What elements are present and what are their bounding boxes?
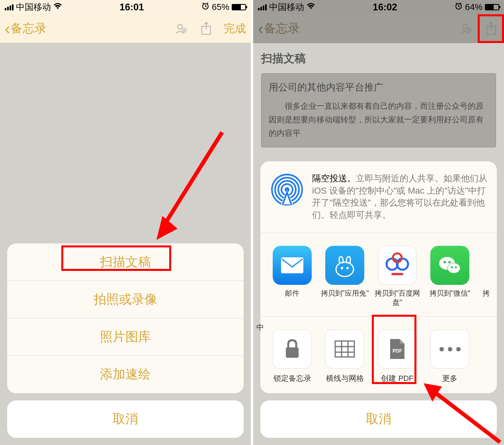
svg-point-22: [447, 263, 460, 273]
app-label: 拷贝到"微信": [430, 289, 471, 306]
action-label: 锁定备忘录: [273, 373, 311, 384]
sheet-item-scan[interactable]: 扫描文稿: [7, 243, 244, 281]
time-label: 16:01: [119, 2, 144, 13]
note-content: 扫描文稿 用公司的其他内容平台推广 很多企业一直以来都有着自己的内容，而注册公众…: [253, 43, 504, 155]
action-pdf[interactable]: PDF 创建 PDF: [371, 329, 424, 384]
svg-point-24: [448, 261, 451, 263]
svg-point-26: [455, 267, 457, 269]
share-app-baidu[interactable]: 拷贝到"百度网盘": [371, 246, 424, 307]
share-app-tutu[interactable]: 拷贝到"应用兔": [318, 246, 371, 307]
pdf-icon: PDF: [378, 329, 417, 369]
status-bar: 中国移动 16:02 64%: [253, 0, 504, 14]
share-actions-row[interactable]: 锁定备忘录 横线与网格 PDF 创建 PDF: [260, 317, 497, 393]
status-bar: 中国移动 16:01 65%: [0, 0, 251, 14]
svg-text:PDF: PDF: [393, 348, 402, 354]
chevron-left-icon: ‹: [258, 21, 263, 37]
nav-bar: ‹ 备忘录: [253, 14, 504, 43]
airdrop-section[interactable]: 隔空投送。立即与附近的人共享。如果他们从 iOS 设备的"控制中心"或 Mac …: [260, 161, 497, 233]
note-body: 很多企业一直以来都有着自己的内容，而注册公众号的原因则是想要向移动端转型，所以大…: [269, 99, 488, 140]
alarm-icon: [455, 2, 463, 12]
action-lock[interactable]: 锁定备忘录: [266, 329, 318, 384]
note-heading: 用公司的其他内容平台推广: [269, 81, 488, 94]
action-label: 横线与网格: [326, 373, 364, 384]
svg-rect-28: [335, 341, 354, 357]
battery-icon: [232, 4, 246, 10]
wechat-icon: [430, 246, 469, 285]
done-button[interactable]: 完成: [224, 21, 246, 36]
battery-percent: 64%: [465, 2, 483, 12]
action-more[interactable]: 更多: [424, 329, 476, 384]
app-label: 拷: [483, 289, 490, 306]
more-icon: [430, 329, 469, 369]
airdrop-title: 隔空投送。: [312, 173, 356, 183]
svg-point-14: [336, 262, 354, 276]
share-app-partial[interactable]: 拷: [476, 246, 496, 307]
nav-bar: ‹ 备忘录 完成: [0, 14, 251, 43]
app-label: 邮件: [285, 289, 299, 306]
svg-point-15: [341, 267, 343, 269]
svg-rect-27: [286, 347, 299, 358]
app-label: 拷贝到"百度网盘": [371, 289, 424, 307]
svg-point-25: [451, 267, 453, 269]
cancel-button[interactable]: 取消: [260, 400, 497, 438]
baidu-icon: [378, 246, 417, 285]
cut-text: 中: [256, 322, 264, 333]
share-icon[interactable]: [483, 21, 499, 37]
alarm-icon: [201, 2, 209, 12]
action-label: 更多: [442, 373, 457, 384]
add-person-icon[interactable]: [173, 21, 189, 37]
airdrop-text: 隔空投送。立即与附近的人共享。如果他们从 iOS 设备的"控制中心"或 Mac …: [312, 173, 487, 222]
time-label: 16:02: [373, 2, 397, 13]
grid-icon: [325, 329, 364, 369]
note-title: 扫描文稿: [261, 51, 496, 66]
app-label: 拷贝到"应用兔": [321, 289, 369, 306]
carrier-label: 中国移动: [269, 1, 304, 13]
share-app-wechat[interactable]: 拷贝到"微信": [424, 246, 476, 307]
back-label: 备忘录: [11, 20, 47, 37]
action-sheet: 扫描文稿 拍照或录像 照片图库 添加速绘 取消: [0, 236, 251, 445]
cancel-button[interactable]: 取消: [7, 400, 244, 438]
chevron-left-icon: ‹: [5, 21, 10, 37]
action-lines[interactable]: 横线与网格: [318, 329, 371, 384]
back-button[interactable]: ‹ 备忘录: [5, 20, 47, 37]
add-person-icon[interactable]: [458, 21, 474, 37]
share-apps-row[interactable]: 邮件 拷贝到"应用兔" 拷贝到"百度网盘": [260, 233, 497, 317]
action-sheet-group: 扫描文稿 拍照或录像 照片图库 添加速绘: [7, 243, 244, 393]
svg-point-16: [346, 267, 349, 269]
phone-right: 中国移动 16:02 64% ‹ 备忘录 扫描文稿: [253, 0, 504, 445]
airdrop-icon: [270, 173, 304, 207]
battery-percent: 65%: [212, 2, 229, 12]
annotation-arrow-left: [150, 128, 230, 244]
share-app-mail[interactable]: 邮件: [266, 246, 318, 307]
action-label: 创建 PDF: [381, 373, 413, 384]
signal-icon: [258, 4, 267, 10]
svg-rect-20: [391, 273, 403, 275]
sheet-item-sketch[interactable]: 添加速绘: [7, 356, 244, 393]
tutu-icon: [325, 246, 364, 285]
back-button[interactable]: ‹ 备忘录: [258, 20, 300, 37]
share-panel: 隔空投送。立即与附近的人共享。如果他们从 iOS 设备的"控制中心"或 Mac …: [260, 161, 497, 393]
sheet-item-library[interactable]: 照片图库: [7, 318, 244, 356]
mail-icon: [273, 246, 312, 285]
phone-left: 中国移动 16:01 65% ‹ 备忘录 完成: [0, 0, 251, 445]
svg-point-23: [443, 261, 446, 263]
carrier-label: 中国移动: [16, 1, 51, 13]
note-frame: 用公司的其他内容平台推广 很多企业一直以来都有着自己的内容，而注册公众号的原因则…: [261, 73, 496, 147]
back-label: 备忘录: [264, 20, 300, 37]
wifi-icon: [307, 3, 315, 12]
svg-rect-13: [281, 257, 303, 273]
lock-icon: [273, 329, 312, 369]
svg-point-5: [463, 24, 467, 29]
share-icon[interactable]: [198, 21, 214, 37]
battery-icon: [485, 4, 499, 10]
sheet-item-camera[interactable]: 拍照或录像: [7, 281, 244, 318]
signal-icon: [5, 4, 14, 10]
wifi-icon: [53, 3, 62, 12]
share-sheet: 隔空投送。立即与附近的人共享。如果他们从 iOS 设备的"控制中心"或 Mac …: [253, 154, 504, 445]
svg-point-1: [178, 24, 182, 29]
